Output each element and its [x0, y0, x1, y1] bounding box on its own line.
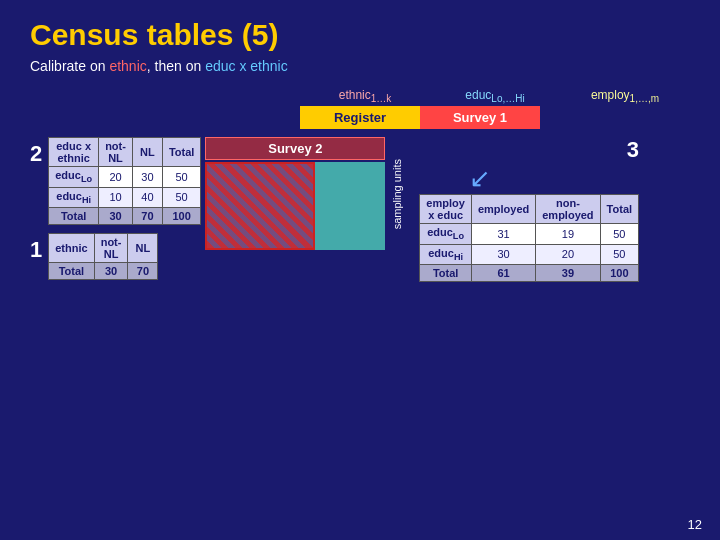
- table2-row1-val2: 30: [132, 167, 162, 187]
- empty-spacer: [540, 106, 660, 129]
- table3-col2-header: employed: [471, 195, 535, 224]
- block1: 1 ethnic not-NL NL Total 30 70: [30, 233, 201, 280]
- table2-col4-header: Total: [162, 138, 200, 167]
- main-content-row: 2 educ xethnic not-NL NL Total educLo: [30, 137, 690, 281]
- hatched-red-box: [205, 162, 315, 250]
- table3-row1-val2: 19: [536, 224, 600, 244]
- ethnic-header-label: ethnic1…k: [300, 88, 430, 104]
- right-block: 3 ↙ employx educ employed non-employed T…: [419, 137, 639, 281]
- table3-total-row: Total 61 39 100: [420, 264, 639, 281]
- block2: 2 educ xethnic not-NL NL Total educLo: [30, 137, 201, 224]
- table2-row2-val1: 10: [99, 187, 133, 207]
- slide: Census tables (5) Calibrate on ethnic, t…: [0, 0, 720, 540]
- arrow-down-icon: ↙: [469, 163, 639, 194]
- table3-row1-val1: 31: [471, 224, 535, 244]
- table2-row2-label: educHi: [49, 187, 99, 207]
- table2-total-row: Total 30 70 100: [49, 207, 201, 224]
- table2: educ xethnic not-NL NL Total educLo 20 3…: [48, 137, 201, 224]
- table3-row2-val2: 20: [536, 244, 600, 264]
- col-headers-area: ethnic1…k educLo,…Hi employ1,…,m: [300, 88, 690, 104]
- register-survey-row: Register Survey 1: [300, 106, 690, 129]
- left-block: 2 educ xethnic not-NL NL Total educLo: [30, 137, 201, 279]
- table3-col3-header: non-employed: [536, 195, 600, 224]
- table2-total-val1: 30: [99, 207, 133, 224]
- table2-row2-val3: 50: [162, 187, 200, 207]
- ethnic-sub: 1…k: [371, 93, 392, 104]
- table1-total-val1: 30: [94, 262, 128, 279]
- table-row: educLo 31 19 50: [420, 224, 639, 244]
- table3-row2-val3: 50: [600, 244, 638, 264]
- table2-total-label: Total: [49, 207, 99, 224]
- table3-row2-label: educHi: [420, 244, 472, 264]
- table3-total-val2: 39: [536, 264, 600, 281]
- register-box: Register: [300, 106, 420, 129]
- slide-number: 12: [688, 517, 702, 532]
- subtitle: Calibrate on ethnic, then on educ x ethn…: [30, 58, 690, 74]
- middle-block: Survey 2 sampling units: [205, 137, 409, 250]
- table1-total-row: Total 30 70: [49, 262, 158, 279]
- subtitle-text-before: Calibrate on: [30, 58, 109, 74]
- table3: employx educ employed non-employed Total…: [419, 194, 639, 281]
- label-2: 2: [30, 141, 42, 167]
- survey1-box: Survey 1: [420, 106, 540, 129]
- middle-inner: Survey 2 sampling units: [205, 137, 409, 250]
- table3-row2-val1: 30: [471, 244, 535, 264]
- survey2-box: Survey 2: [205, 137, 385, 160]
- table2-col3-header: NL: [132, 138, 162, 167]
- survey2-boxes-row: [205, 162, 385, 250]
- table2-row1-val1: 20: [99, 167, 133, 187]
- table3-col1-header: employx educ: [420, 195, 472, 224]
- table3-col4-header: Total: [600, 195, 638, 224]
- table2-col1-header: educ xethnic: [49, 138, 99, 167]
- table1-col3-header: NL: [128, 233, 158, 262]
- table2-total-val2: 70: [132, 207, 162, 224]
- table3-total-val3: 100: [600, 264, 638, 281]
- subtitle-mid: , then on: [147, 58, 205, 74]
- table-row: educHi 10 40 50: [49, 187, 201, 207]
- table2-row1-label: educLo: [49, 167, 99, 187]
- table3-total-label: Total: [420, 264, 472, 281]
- table3-row1-val3: 50: [600, 224, 638, 244]
- cyan-box: [315, 162, 385, 250]
- survey2-area: Survey 2: [205, 137, 385, 250]
- subtitle-educ: educ x ethnic: [205, 58, 288, 74]
- table3-row1-label: educLo: [420, 224, 472, 244]
- table-row: educHi 30 20 50: [420, 244, 639, 264]
- employ-header-label: employ1,…,m: [560, 88, 690, 104]
- table2-row2-val2: 40: [132, 187, 162, 207]
- label-1: 1: [30, 237, 42, 263]
- educ-header-label: educLo,…Hi: [430, 88, 560, 104]
- label-3: 3: [419, 137, 639, 163]
- table1-total-label: Total: [49, 262, 94, 279]
- educ-sub: Lo,…Hi: [491, 93, 524, 104]
- table1: ethnic not-NL NL Total 30 70: [48, 233, 158, 280]
- sampling-units-label: sampling units: [391, 159, 403, 229]
- subtitle-ethnic: ethnic: [109, 58, 146, 74]
- table1-total-val2: 70: [128, 262, 158, 279]
- table2-row1-val3: 50: [162, 167, 200, 187]
- table1-col2-header: not-NL: [94, 233, 128, 262]
- table1-col1-header: ethnic: [49, 233, 94, 262]
- employ-sub: 1,…,m: [630, 93, 659, 104]
- table2-total-val3: 100: [162, 207, 200, 224]
- table3-total-val1: 61: [471, 264, 535, 281]
- table2-col2-header: not-NL: [99, 138, 133, 167]
- slide-title: Census tables (5): [30, 18, 690, 52]
- table-row: educLo 20 30 50: [49, 167, 201, 187]
